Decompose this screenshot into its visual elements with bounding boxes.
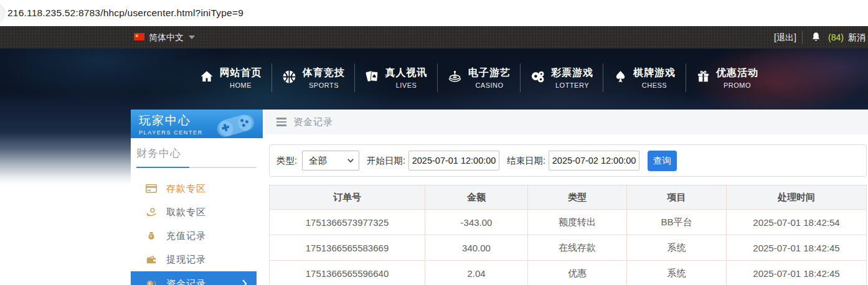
- table-row: 1751366565583669 340.00 在线存款 系统 2025-07-…: [270, 235, 866, 260]
- bank-card-icon: [145, 184, 157, 193]
- svg-text:♠: ♠: [371, 73, 377, 80]
- cell-project: BB平台: [627, 210, 727, 235]
- sidebar-item-withdraw[interactable]: 取款专区: [131, 200, 257, 224]
- cell-amount: 2.04: [425, 261, 528, 285]
- table-header-row: 订单号 金额 类型 项目 处理时间: [270, 185, 866, 209]
- message-count-badge[interactable]: (84): [828, 26, 844, 49]
- sidebar-menu: 存款专区 取款专区 ¥ 充值记录 提现记录 ¥ 资金记录: [131, 177, 263, 285]
- col-header-order-id: 订单号: [270, 185, 425, 209]
- urlbar-pill-edge: [0, 2, 5, 24]
- cell-amount: -343.00: [425, 210, 528, 235]
- bell-icon[interactable]: [811, 32, 821, 45]
- lottery-balls-icon: [530, 69, 545, 87]
- cell-project: 系统: [627, 261, 727, 285]
- sidebar-item-recharge-record[interactable]: ¥ 充值记录: [131, 224, 257, 248]
- main-nav: 网站首页HOME 体育竞技SPORTS ♠ 真人视讯LIVES 电子游艺CASI…: [0, 49, 868, 110]
- cell-order-id: 1751366565596640: [270, 261, 425, 285]
- nav-item-promo[interactable]: 优惠活动PROMO: [686, 59, 768, 96]
- main-content: 资金记录 类型: 全部 开始日期: 结束日期: 查询 订单号 金额 类型 项目 …: [265, 110, 868, 285]
- spade-icon: [613, 70, 628, 86]
- gamepad-icon: [209, 110, 262, 138]
- type-select[interactable]: 全部: [302, 151, 359, 171]
- home-icon: [199, 69, 214, 86]
- cards-icon: ♠: [365, 69, 380, 86]
- china-flag-icon: ★: [134, 33, 144, 40]
- money-bag-icon: ¥: [145, 231, 157, 240]
- nav-item-home[interactable]: 网站首页HOME: [189, 59, 271, 96]
- list-icon: [276, 118, 286, 126]
- end-date-input[interactable]: [549, 151, 639, 171]
- roulette-icon: [447, 69, 463, 87]
- chevron-right-icon: [242, 279, 247, 285]
- cell-amount: 340.00: [425, 235, 528, 260]
- filter-panel: 类型: 全部 开始日期: 结束日期: 查询: [269, 144, 867, 177]
- sidebar-item-withdrawal-record[interactable]: 提现记录: [131, 248, 257, 271]
- nav-item-casino[interactable]: 电子游艺CASINO: [438, 59, 520, 96]
- section-underline: [136, 167, 257, 168]
- svg-text:¥: ¥: [149, 234, 153, 239]
- background-fade: [0, 110, 131, 185]
- end-date-label: 结束日期:: [507, 155, 545, 167]
- sidebar-item-label: 取款专区: [166, 207, 206, 218]
- table-row: 1751366565596640 2.04 优惠 系统 2025-07-01 1…: [270, 260, 866, 285]
- top-utility-bar: ★ 简体中文 [退出] (84) 新消息: [0, 26, 868, 49]
- logout-button[interactable]: [退出]: [774, 26, 796, 49]
- svg-text:¥: ¥: [148, 281, 151, 285]
- sidebar-item-label: 存款专区: [166, 183, 206, 195]
- cell-type: 在线存款: [528, 235, 627, 260]
- player-center-sidebar: 玩家中心 PLAYERS CENTER 财务中心 存款专区 取款专区 ¥ 充值记…: [131, 110, 263, 285]
- nav-item-sports[interactable]: 体育竞技SPORTS: [272, 59, 354, 96]
- browser-url-bar: 216.118.235.52:8783/hhcp/usercenter.html…: [0, 0, 868, 26]
- search-button[interactable]: 查询: [648, 151, 677, 171]
- col-header-amount: 金额: [425, 185, 528, 209]
- chevron-down-icon[interactable]: [189, 35, 195, 39]
- topbar-divider: [802, 31, 803, 44]
- col-header-time: 处理时间: [727, 185, 866, 209]
- funds-table: 订单号 金额 类型 项目 处理时间 1751366573977325 -343.…: [269, 185, 867, 285]
- cell-order-id: 1751366573977325: [270, 210, 425, 235]
- sidebar-item-label: 提现记录: [166, 254, 206, 266]
- page-title: 资金记录: [293, 116, 333, 128]
- cell-time: 2025-07-01 18:42:45: [727, 261, 866, 285]
- cell-project: 系统: [627, 235, 727, 260]
- cell-order-id: 1751366565583669: [270, 235, 425, 260]
- cell-time: 2025-07-01 18:42:54: [727, 210, 866, 235]
- start-date-input[interactable]: [408, 151, 499, 171]
- chevron-down-icon: [347, 159, 354, 162]
- sidebar-item-deposit[interactable]: 存款专区: [131, 177, 257, 200]
- page-url[interactable]: 216.118.235.52:8783/hhcp/usercenter.html…: [7, 0, 243, 26]
- cell-time: 2025-07-01 18:42:45: [727, 235, 866, 260]
- cell-type: 优惠: [528, 261, 627, 285]
- sidebar-section-finance[interactable]: 财务中心: [136, 146, 263, 161]
- wallet-icon: [145, 256, 157, 264]
- table-row: 1751366573977325 -343.00 额度转出 BB平台 2025-…: [270, 209, 866, 235]
- nav-item-chess[interactable]: 棋牌游戏CHESS: [603, 59, 686, 96]
- col-header-project: 项目: [627, 185, 727, 209]
- type-label: 类型:: [276, 155, 297, 167]
- col-header-type: 类型: [528, 185, 627, 209]
- sidebar-item-funds-record[interactable]: ¥ 资金记录: [131, 271, 257, 285]
- hand-coin-icon: [145, 208, 157, 217]
- nav-item-lottery[interactable]: 彩票游戏LOTTERY: [521, 59, 603, 96]
- basketball-icon: [281, 69, 297, 87]
- coins-icon: ¥: [145, 279, 157, 285]
- sidebar-header: 玩家中心 PLAYERS CENTER: [131, 110, 263, 138]
- sidebar-item-label: 充值记录: [166, 230, 206, 242]
- cell-type: 额度转出: [528, 210, 627, 235]
- language-selector[interactable]: 简体中文: [149, 26, 184, 49]
- sidebar-item-label: 资金记录: [166, 278, 206, 285]
- breadcrumb-bar: 资金记录: [265, 110, 868, 134]
- start-date-label: 开始日期:: [367, 155, 405, 167]
- gift-icon: [696, 70, 710, 86]
- nav-item-lives[interactable]: ♠ 真人视讯LIVES: [355, 59, 437, 96]
